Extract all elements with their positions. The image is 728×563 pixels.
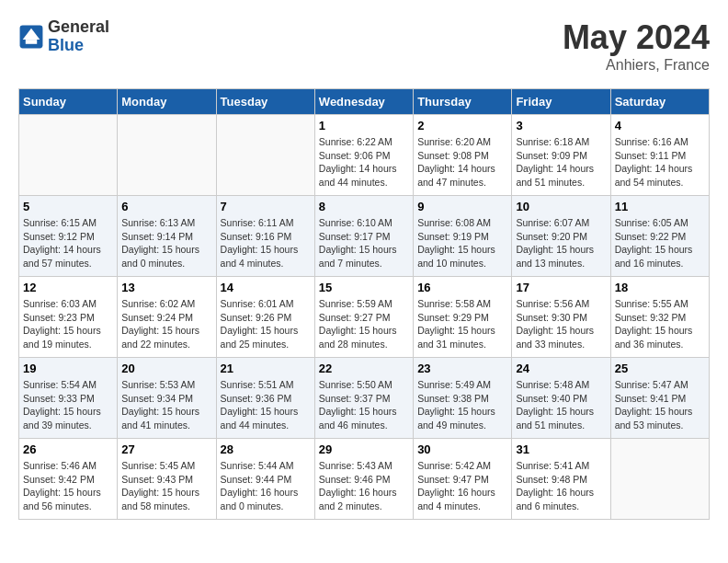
sunset: Sunset: 9:44 PM xyxy=(221,473,311,487)
day-number: 4 xyxy=(615,119,705,132)
sunset: Sunset: 9:38 PM xyxy=(417,392,507,406)
sunset: Sunset: 9:42 PM xyxy=(23,473,113,487)
day-number: 2 xyxy=(417,119,507,132)
day-cell-22: 22Sunrise: 5:50 AMSunset: 9:37 PMDayligh… xyxy=(314,358,413,439)
sunset: Sunset: 9:20 PM xyxy=(516,230,606,244)
day-cell-26: 26Sunrise: 5:46 AMSunset: 9:42 PMDayligh… xyxy=(19,439,118,520)
daylight: Daylight: 14 hours and 44 minutes. xyxy=(319,162,409,189)
day-cell-10: 10Sunrise: 6:07 AMSunset: 9:20 PMDayligh… xyxy=(512,196,610,277)
day-cell-31: 31Sunrise: 5:41 AMSunset: 9:48 PMDayligh… xyxy=(512,439,610,520)
day-info: Sunrise: 6:16 AMSunset: 9:11 PMDaylight:… xyxy=(615,135,705,190)
daylight: Daylight: 14 hours and 51 minutes. xyxy=(516,162,606,189)
day-cell-23: 23Sunrise: 5:49 AMSunset: 9:38 PMDayligh… xyxy=(414,358,512,439)
daylight: Daylight: 15 hours and 10 minutes. xyxy=(417,243,507,270)
day-number: 7 xyxy=(221,200,311,213)
sunset: Sunset: 9:08 PM xyxy=(417,149,507,163)
day-info: Sunrise: 5:50 AMSunset: 9:37 PMDaylight:… xyxy=(319,378,409,432)
sunrise: Sunrise: 6:08 AM xyxy=(417,216,507,230)
daylight: Daylight: 15 hours and 19 minutes. xyxy=(23,324,113,350)
daylight: Daylight: 15 hours and 41 minutes. xyxy=(121,405,211,431)
daylight: Daylight: 15 hours and 0 minutes. xyxy=(121,243,211,270)
daylight: Daylight: 14 hours and 54 minutes. xyxy=(615,162,705,189)
sunrise: Sunrise: 5:47 AM xyxy=(615,378,705,392)
empty-cell xyxy=(19,115,118,196)
daylight: Daylight: 15 hours and 7 minutes. xyxy=(319,243,409,270)
day-cell-21: 21Sunrise: 5:51 AMSunset: 9:36 PMDayligh… xyxy=(216,358,314,439)
daylight: Daylight: 15 hours and 25 minutes. xyxy=(221,324,311,350)
weekday-header-friday: Friday xyxy=(512,89,610,115)
day-info: Sunrise: 6:22 AMSunset: 9:06 PMDaylight:… xyxy=(319,135,409,190)
day-number: 15 xyxy=(319,281,409,294)
weekday-header-monday: Monday xyxy=(118,89,216,115)
sunrise: Sunrise: 5:45 AM xyxy=(121,459,211,473)
day-number: 21 xyxy=(221,362,311,375)
sunset: Sunset: 9:43 PM xyxy=(121,473,211,487)
daylight: Daylight: 15 hours and 4 minutes. xyxy=(221,243,311,270)
day-info: Sunrise: 6:15 AMSunset: 9:12 PMDaylight:… xyxy=(23,216,113,270)
daylight: Daylight: 15 hours and 31 minutes. xyxy=(417,324,507,350)
day-info: Sunrise: 6:18 AMSunset: 9:09 PMDaylight:… xyxy=(516,135,606,190)
day-cell-5: 5Sunrise: 6:15 AMSunset: 9:12 PMDaylight… xyxy=(19,196,118,277)
day-number: 19 xyxy=(23,362,113,375)
day-cell-25: 25Sunrise: 5:47 AMSunset: 9:41 PMDayligh… xyxy=(610,358,709,439)
day-number: 28 xyxy=(221,442,311,456)
sunset: Sunset: 9:22 PM xyxy=(615,230,705,244)
sunrise: Sunrise: 5:49 AM xyxy=(417,378,507,392)
sunset: Sunset: 9:14 PM xyxy=(121,230,211,244)
day-number: 11 xyxy=(615,200,705,213)
day-cell-6: 6Sunrise: 6:13 AMSunset: 9:14 PMDaylight… xyxy=(118,196,216,277)
day-info: Sunrise: 5:47 AMSunset: 9:41 PMDaylight:… xyxy=(615,378,705,432)
day-number: 14 xyxy=(221,281,311,294)
daylight: Daylight: 16 hours and 4 minutes. xyxy=(417,486,507,512)
day-number: 31 xyxy=(516,442,606,456)
day-info: Sunrise: 6:13 AMSunset: 9:14 PMDaylight:… xyxy=(121,216,211,270)
day-cell-14: 14Sunrise: 6:01 AMSunset: 9:26 PMDayligh… xyxy=(216,277,314,358)
logo-icon xyxy=(18,24,44,50)
sunset: Sunset: 9:09 PM xyxy=(516,149,606,163)
day-cell-20: 20Sunrise: 5:53 AMSunset: 9:34 PMDayligh… xyxy=(118,358,216,439)
sunset: Sunset: 9:11 PM xyxy=(615,149,705,163)
sunset: Sunset: 9:40 PM xyxy=(516,392,606,406)
day-info: Sunrise: 6:03 AMSunset: 9:23 PMDaylight:… xyxy=(23,297,113,351)
day-info: Sunrise: 6:08 AMSunset: 9:19 PMDaylight:… xyxy=(417,216,507,270)
day-info: Sunrise: 6:10 AMSunset: 9:17 PMDaylight:… xyxy=(319,216,409,270)
day-number: 24 xyxy=(516,362,606,375)
daylight: Daylight: 15 hours and 33 minutes. xyxy=(516,324,606,350)
day-info: Sunrise: 5:43 AMSunset: 9:46 PMDaylight:… xyxy=(319,459,409,513)
day-cell-29: 29Sunrise: 5:43 AMSunset: 9:46 PMDayligh… xyxy=(314,439,413,520)
empty-cell xyxy=(216,115,314,196)
weekday-header-saturday: Saturday xyxy=(610,89,709,115)
weekday-header-sunday: Sunday xyxy=(19,89,118,115)
day-info: Sunrise: 5:54 AMSunset: 9:33 PMDaylight:… xyxy=(23,378,113,432)
sunset: Sunset: 9:47 PM xyxy=(417,473,507,487)
sunrise: Sunrise: 5:50 AM xyxy=(319,378,409,392)
weekday-header-row: SundayMondayTuesdayWednesdayThursdayFrid… xyxy=(19,89,710,115)
daylight: Daylight: 15 hours and 39 minutes. xyxy=(23,405,113,431)
sunset: Sunset: 9:27 PM xyxy=(319,311,409,325)
sunrise: Sunrise: 5:58 AM xyxy=(417,297,507,311)
daylight: Daylight: 15 hours and 28 minutes. xyxy=(319,324,409,350)
sunrise: Sunrise: 5:42 AM xyxy=(417,459,507,473)
day-number: 20 xyxy=(121,362,211,375)
sunrise: Sunrise: 6:03 AM xyxy=(23,297,113,311)
daylight: Daylight: 15 hours and 44 minutes. xyxy=(221,405,311,431)
sunset: Sunset: 9:41 PM xyxy=(615,392,705,406)
day-info: Sunrise: 5:59 AMSunset: 9:27 PMDaylight:… xyxy=(319,297,409,351)
sunset: Sunset: 9:36 PM xyxy=(221,392,311,406)
day-cell-28: 28Sunrise: 5:44 AMSunset: 9:44 PMDayligh… xyxy=(216,439,314,520)
day-number: 30 xyxy=(417,442,507,456)
day-cell-12: 12Sunrise: 6:03 AMSunset: 9:23 PMDayligh… xyxy=(19,277,118,358)
sunset: Sunset: 9:06 PM xyxy=(319,149,409,163)
sunrise: Sunrise: 6:15 AM xyxy=(23,216,113,230)
day-number: 29 xyxy=(319,442,409,456)
day-number: 1 xyxy=(319,119,409,132)
empty-cell xyxy=(118,115,216,196)
day-number: 22 xyxy=(319,362,409,375)
daylight: Daylight: 15 hours and 22 minutes. xyxy=(121,324,211,350)
day-cell-9: 9Sunrise: 6:08 AMSunset: 9:19 PMDaylight… xyxy=(414,196,512,277)
day-info: Sunrise: 6:05 AMSunset: 9:22 PMDaylight:… xyxy=(615,216,705,270)
sunset: Sunset: 9:33 PM xyxy=(23,392,113,406)
sunset: Sunset: 9:26 PM xyxy=(221,311,311,325)
month-title: May 2024 xyxy=(563,18,710,57)
day-info: Sunrise: 5:53 AMSunset: 9:34 PMDaylight:… xyxy=(121,378,211,432)
